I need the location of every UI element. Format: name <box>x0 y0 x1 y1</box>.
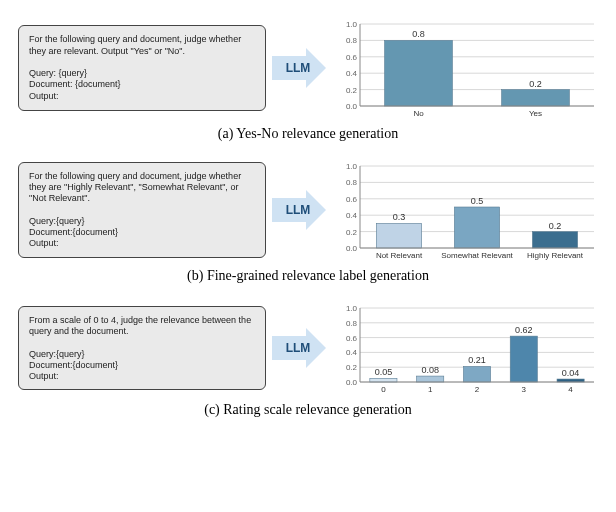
bar-value-label: 0.08 <box>421 365 439 375</box>
bar-category-label: Somewhat Relevant <box>441 251 513 260</box>
prompt-box-a: For the following query and document, ju… <box>18 25 266 111</box>
svg-text:0.6: 0.6 <box>346 334 358 343</box>
bar-value-label: 0.04 <box>562 368 580 378</box>
bar-value-label: 0.2 <box>549 221 562 231</box>
bar-category-label: No <box>413 109 424 118</box>
llm-arrow-label: LLM <box>272 48 324 88</box>
svg-text:0.6: 0.6 <box>346 53 358 62</box>
svg-text:0.4: 0.4 <box>346 69 358 78</box>
bar <box>370 378 397 382</box>
bar-category-label: Yes <box>529 109 542 118</box>
chart-a: 0.00.20.40.60.81.00.8No0.2Yes <box>334 14 598 122</box>
bar <box>385 40 453 106</box>
bar <box>502 90 570 106</box>
panel-b-row: For the following query and document, ju… <box>18 156 598 264</box>
chart-c: 0.00.20.40.60.81.00.0500.0810.2120.6230.… <box>334 298 598 398</box>
bar-value-label: 0.21 <box>468 355 486 365</box>
bar <box>454 207 499 248</box>
svg-text:0.2: 0.2 <box>346 86 358 95</box>
bar-category-label: 3 <box>522 385 527 394</box>
svg-text:0.6: 0.6 <box>346 195 358 204</box>
chart-b: 0.00.20.40.60.81.00.3Not Relevant0.5Some… <box>334 156 598 264</box>
llm-arrow-label: LLM <box>272 328 324 368</box>
svg-text:0.0: 0.0 <box>346 378 358 387</box>
bar-category-label: 4 <box>568 385 573 394</box>
bar-category-label: Not Relevant <box>376 251 423 260</box>
bar-category-label: Highly Relevant <box>527 251 584 260</box>
caption-b: (b) Fine-grained relevance label generat… <box>18 268 598 284</box>
bar-value-label: 0.05 <box>375 367 393 377</box>
svg-text:0.8: 0.8 <box>346 36 358 45</box>
bar-value-label: 0.8 <box>412 29 425 39</box>
bar <box>376 223 421 248</box>
llm-arrow-c: LLM <box>272 328 330 368</box>
panel-a-row: For the following query and document, ju… <box>18 14 598 122</box>
bar <box>532 232 577 248</box>
bar <box>510 336 537 382</box>
svg-text:0.8: 0.8 <box>346 319 358 328</box>
bar-value-label: 0.5 <box>471 196 484 206</box>
bar-value-label: 0.2 <box>529 79 542 89</box>
svg-text:0.2: 0.2 <box>346 228 358 237</box>
bar-category-label: 2 <box>475 385 480 394</box>
svg-text:0.0: 0.0 <box>346 102 358 111</box>
llm-arrow-b: LLM <box>272 190 330 230</box>
bar-value-label: 0.62 <box>515 325 533 335</box>
bar <box>463 366 490 382</box>
svg-text:0.8: 0.8 <box>346 178 358 187</box>
bar-category-label: 0 <box>381 385 386 394</box>
bar <box>417 376 444 382</box>
svg-text:1.0: 1.0 <box>346 20 358 29</box>
bar-category-label: 1 <box>428 385 433 394</box>
svg-text:0.0: 0.0 <box>346 244 358 253</box>
svg-text:0.4: 0.4 <box>346 348 358 357</box>
caption-c: (c) Rating scale relevance generation <box>18 402 598 418</box>
svg-text:0.2: 0.2 <box>346 363 358 372</box>
svg-text:1.0: 1.0 <box>346 162 358 171</box>
bar-value-label: 0.3 <box>393 212 406 222</box>
caption-a: (a) Yes-No relevance generation <box>18 126 598 142</box>
prompt-box-c: From a scale of 0 to 4, judge the releva… <box>18 306 266 390</box>
prompt-box-b: For the following query and document, ju… <box>18 162 266 259</box>
panel-c-row: From a scale of 0 to 4, judge the releva… <box>18 298 598 398</box>
svg-text:1.0: 1.0 <box>346 304 358 313</box>
llm-arrow-label: LLM <box>272 190 324 230</box>
llm-arrow-a: LLM <box>272 48 330 88</box>
svg-text:0.4: 0.4 <box>346 211 358 220</box>
